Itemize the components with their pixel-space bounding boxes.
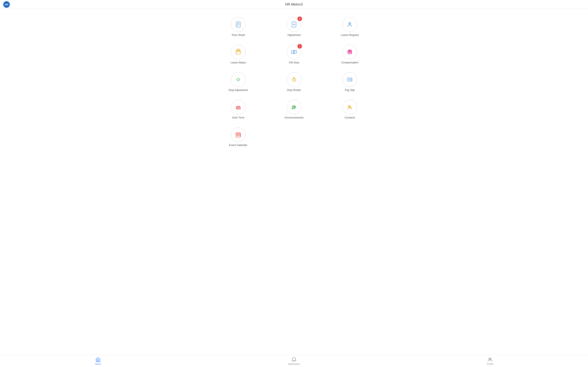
menu-item-contacts[interactable]: Contacts: [322, 98, 378, 121]
menu-label-adjustment: Adjustment: [287, 33, 301, 36]
svg-line-34: [351, 80, 351, 81]
menu-item-duty-roster[interactable]: Duty Roster: [266, 70, 322, 94]
bottom-nav: Home Notifications Profile: [0, 355, 588, 367]
svg-rect-29: [347, 78, 352, 81]
menu-item-over-time[interactable]: Over Time: [210, 98, 266, 121]
icon-circle-contacts: [342, 100, 357, 114]
svg-point-53: [490, 358, 492, 359]
app-logo: HR: [3, 1, 10, 8]
menu-label-event-calender: Event Calender: [229, 143, 247, 147]
menu-item-pay-slip[interactable]: Pay Slip: [322, 70, 378, 94]
nav-home[interactable]: Home: [0, 357, 196, 365]
nav-notifications-label: Notifications: [288, 363, 300, 365]
home-icon: [95, 357, 101, 362]
menu-label-leave-status: Leave Status: [231, 61, 246, 64]
menu-label-duty-roster: Duty Roster: [287, 89, 301, 92]
icon-circle-compensation: [342, 45, 357, 59]
menu-label-duty-adjustment: Duty Adjustment: [228, 89, 248, 92]
icon-circle-on-duty: 1: [287, 45, 301, 59]
menu-label-contacts: Contacts: [345, 116, 355, 119]
header-title: HR MetricS: [285, 2, 303, 7]
menu-item-announcements[interactable]: Announcements: [266, 98, 322, 121]
svg-rect-50: [238, 135, 239, 136]
nav-home-label: Home: [95, 363, 101, 365]
menu-label-time-sheet: Time Sheet: [232, 33, 245, 36]
nav-profile[interactable]: Profile: [392, 357, 588, 365]
menu-label-announcements: Announcements: [285, 116, 303, 119]
menu-label-pay-slip: Pay Slip: [345, 89, 355, 92]
menu-label-over-time: Over Time: [232, 116, 244, 119]
icon-circle-announcements: [287, 100, 301, 114]
icon-circle-adjustment: 2: [287, 17, 301, 32]
svg-rect-49: [237, 135, 238, 136]
svg-rect-45: [236, 133, 241, 137]
icon-circle-time-sheet: [231, 17, 246, 32]
svg-text:HR: HR: [5, 3, 8, 6]
nav-profile-label: Profile: [487, 363, 493, 365]
svg-line-27: [294, 80, 295, 81]
icon-circle-duty-adjustment: [231, 72, 246, 87]
badge-adjustment: 2: [297, 17, 302, 21]
menu-grid: Time Sheet 2Adjustment Leave Request Lea…: [202, 15, 386, 149]
menu-item-duty-adjustment[interactable]: Duty Adjustment: [210, 70, 266, 94]
header: HR HR MetricS: [0, 0, 588, 9]
icon-circle-event-calender: [231, 127, 246, 142]
icon-circle-pay-slip: [342, 72, 357, 87]
svg-point-52: [489, 358, 490, 359]
badge-on-duty: 1: [297, 44, 302, 49]
profile-icon: [487, 357, 493, 362]
menu-label-leave-request: Leave Request: [341, 33, 359, 36]
icon-circle-leave-request: [342, 17, 357, 32]
icon-circle-leave-status: [231, 45, 246, 59]
main-content: Time Sheet 2Adjustment Leave Request Lea…: [0, 9, 588, 355]
svg-line-11: [349, 23, 351, 24]
menu-item-on-duty[interactable]: 1ON Duty: [266, 43, 322, 66]
menu-item-leave-status[interactable]: Leave Status: [210, 43, 266, 66]
nav-notifications[interactable]: Notifications: [196, 357, 392, 365]
svg-rect-2: [236, 22, 240, 27]
notifications-icon: [291, 357, 297, 362]
icon-circle-duty-roster: [287, 72, 301, 87]
menu-item-leave-request[interactable]: Leave Request: [322, 15, 378, 39]
icon-circle-over-time: [231, 100, 246, 114]
svg-rect-51: [239, 135, 240, 136]
menu-item-compensation[interactable]: Compensation: [322, 43, 378, 66]
menu-label-on-duty: ON Duty: [289, 61, 299, 64]
menu-item-event-calender[interactable]: Event Calender: [210, 125, 266, 149]
menu-label-compensation: Compensation: [341, 61, 358, 64]
menu-item-time-sheet[interactable]: Time Sheet: [210, 15, 266, 39]
menu-item-adjustment[interactable]: 2Adjustment: [266, 15, 322, 39]
